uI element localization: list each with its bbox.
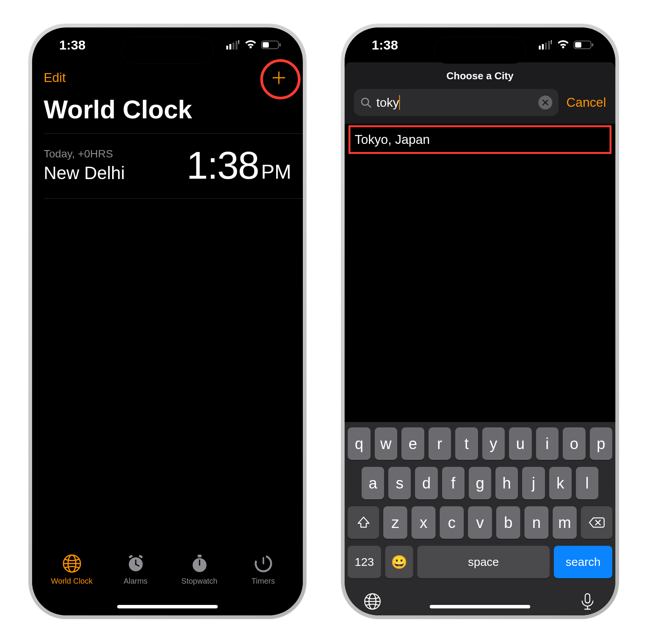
tab-stopwatch[interactable]: Stopwatch	[172, 553, 227, 586]
status-indicators: !	[539, 40, 594, 50]
search-icon	[360, 97, 372, 108]
battery-icon	[261, 40, 282, 50]
key-q[interactable]: q	[348, 427, 371, 460]
keyboard-row-1: q w e r t y u i o p	[348, 427, 612, 460]
battery-icon	[574, 40, 594, 50]
svg-rect-40	[585, 594, 590, 603]
tab-label: Timers	[251, 577, 275, 586]
clock-city: New Delhi	[44, 162, 125, 183]
wifi-icon	[244, 40, 257, 50]
key-b[interactable]: b	[496, 506, 520, 539]
plus-icon	[272, 70, 286, 85]
svg-rect-25	[545, 43, 547, 50]
dictation-button[interactable]	[578, 592, 597, 612]
tab-timers[interactable]: Timers	[236, 553, 290, 586]
globe-icon	[62, 553, 82, 574]
emoji-icon: 😀	[391, 554, 407, 570]
search-row: toky Cancel	[345, 89, 615, 124]
nav-bar: Edit	[32, 62, 303, 90]
phone-frame-right: 1:38 ! Choose a City toky	[341, 24, 619, 619]
shift-icon	[357, 516, 371, 530]
key-s[interactable]: s	[388, 467, 411, 499]
text-cursor	[399, 95, 400, 110]
tab-world-clock[interactable]: World Clock	[45, 553, 99, 586]
world-clock-row[interactable]: Today, +0HRS New Delhi 1:38 PM	[32, 134, 303, 198]
key-k[interactable]: k	[549, 467, 572, 499]
key-d[interactable]: d	[415, 467, 437, 499]
key-space[interactable]: space	[417, 546, 550, 578]
search-results: Tokyo, Japan	[345, 124, 615, 422]
keyboard-row-2: a s d f g h j k l	[348, 467, 612, 499]
edit-button[interactable]: Edit	[44, 70, 66, 85]
key-g[interactable]: g	[469, 467, 491, 499]
key-m[interactable]: m	[553, 506, 577, 539]
svg-rect-19	[198, 555, 202, 557]
sheet-title: Choose a City	[345, 61, 615, 89]
key-a[interactable]: a	[362, 467, 384, 499]
tab-label: Alarms	[123, 577, 147, 586]
key-u[interactable]: u	[509, 427, 532, 460]
home-indicator[interactable]	[117, 605, 218, 608]
key-backspace[interactable]	[581, 506, 612, 539]
key-n[interactable]: n	[524, 506, 548, 539]
search-result-item[interactable]: Tokyo, Japan	[345, 124, 615, 155]
home-indicator[interactable]	[430, 605, 530, 608]
key-z[interactable]: z	[383, 506, 407, 539]
key-emoji[interactable]: 😀	[385, 546, 413, 578]
add-city-button[interactable]	[266, 65, 291, 90]
key-123[interactable]: 123	[348, 546, 381, 578]
status-bar: 1:38 !	[32, 27, 303, 62]
clear-search-button[interactable]	[538, 96, 552, 109]
cancel-button[interactable]: Cancel	[566, 95, 606, 110]
key-t[interactable]: t	[455, 427, 478, 460]
tab-label: Stopwatch	[181, 577, 217, 586]
key-v[interactable]: v	[468, 506, 492, 539]
key-y[interactable]: y	[482, 427, 505, 460]
key-search[interactable]: search	[554, 546, 612, 578]
key-c[interactable]: c	[440, 506, 464, 539]
svg-rect-29	[575, 42, 581, 48]
page-title: World Clock	[32, 90, 303, 133]
dynamic-island	[434, 37, 526, 64]
key-o[interactable]: o	[563, 427, 586, 460]
svg-rect-24	[542, 44, 544, 50]
globe-icon	[363, 592, 382, 611]
svg-rect-1	[229, 44, 231, 50]
phone-frame-left: 1:38 ! Edit World Clock	[29, 24, 306, 619]
key-j[interactable]: j	[522, 467, 545, 499]
key-r[interactable]: r	[429, 427, 451, 460]
key-shift[interactable]	[348, 506, 379, 539]
result-label: Tokyo, Japan	[355, 132, 430, 147]
dynamic-island	[121, 37, 213, 64]
status-bar: 1:38 !	[345, 27, 615, 62]
key-w[interactable]: w	[375, 427, 398, 460]
status-time: 1:38	[372, 38, 398, 53]
search-field[interactable]: toky	[354, 89, 558, 116]
svg-rect-6	[263, 42, 269, 48]
svg-text:!: !	[238, 40, 240, 45]
wifi-icon	[557, 40, 570, 50]
globe-keyboard-button[interactable]	[363, 592, 382, 612]
clock-time-ampm: PM	[261, 160, 291, 183]
key-i[interactable]: i	[536, 427, 559, 460]
status-time: 1:38	[59, 38, 85, 53]
keyboard: q w e r t y u i o p a s d f g h	[345, 422, 615, 615]
backspace-icon	[589, 516, 605, 529]
svg-rect-14	[128, 555, 133, 559]
svg-rect-23	[539, 46, 541, 50]
cellular-icon: !	[539, 40, 553, 50]
clock-time: 1:38 PM	[186, 143, 291, 188]
key-e[interactable]: e	[401, 427, 424, 460]
key-h[interactable]: h	[495, 467, 518, 499]
svg-rect-7	[279, 43, 281, 46]
clock-time-value: 1:38	[186, 143, 259, 188]
sheet-header: Choose a City toky Cancel	[345, 61, 615, 124]
key-p[interactable]: p	[590, 427, 613, 460]
key-f[interactable]: f	[442, 467, 465, 499]
key-l[interactable]: l	[576, 467, 598, 499]
svg-rect-26	[548, 41, 550, 50]
tab-alarms[interactable]: Alarms	[109, 553, 163, 586]
key-x[interactable]: x	[412, 506, 436, 539]
status-indicators: !	[226, 40, 282, 50]
mic-icon	[578, 592, 597, 611]
